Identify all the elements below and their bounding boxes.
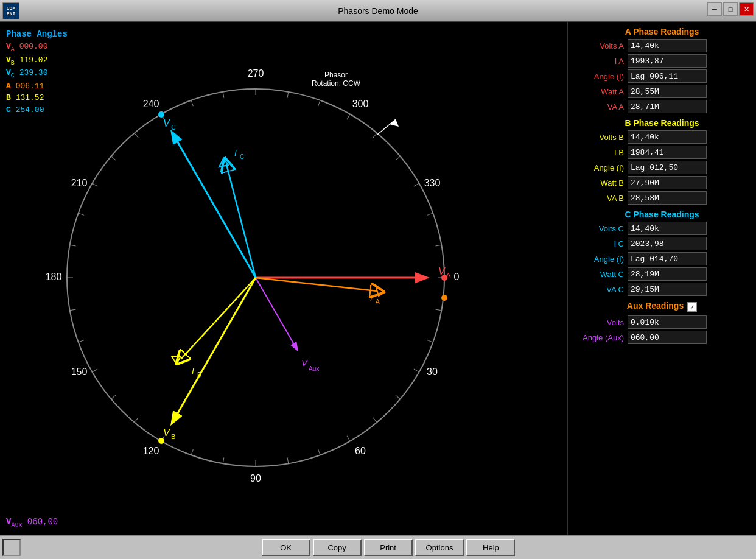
print-button[interactable]: Print xyxy=(364,539,413,556)
aux-title-row: Aux Readings ✓ xyxy=(573,301,751,313)
svg-line-42 xyxy=(79,213,84,215)
titlebar: COMENI Phasors Demo Mode ─ □ ✕ xyxy=(0,0,756,22)
footer: OK Copy Print Options Help xyxy=(0,535,756,559)
aux-volts-row: Volts 0.010k xyxy=(573,315,751,329)
c-angle-row: Angle (I) Lag 014,70 xyxy=(573,252,751,265)
aux-angle-value: 060,00 xyxy=(628,331,707,344)
close-icon: ✕ xyxy=(744,5,749,13)
a-angle-row: Angle (I) Lag 006,11 xyxy=(573,69,751,83)
c-current-row: I C 2023,98 xyxy=(573,237,751,250)
a-va-label: VA A xyxy=(573,102,628,111)
a-va-value: 28,71M xyxy=(628,100,707,113)
svg-line-23 xyxy=(435,309,441,311)
svg-line-35 xyxy=(135,418,138,423)
b-va-value: 28,58M xyxy=(628,191,707,205)
c-watt-value: 28,19M xyxy=(628,267,707,281)
aux-section: Aux Readings ✓ Volts 0.010k Angle (Aux) … xyxy=(573,301,751,344)
diagram-area: Phase Angles VA 000.00 VB 119.02 VC 239.… xyxy=(0,22,567,535)
svg-line-29 xyxy=(318,449,320,455)
a-watt-label: Watt A xyxy=(573,87,628,96)
svg-line-32 xyxy=(223,457,224,463)
b-phase-title: B Phase Readings xyxy=(573,118,751,128)
b-watt-value: 27,90M xyxy=(628,176,707,189)
svg-line-16 xyxy=(347,114,350,120)
svg-line-15 xyxy=(318,100,320,106)
minimize-button[interactable]: ─ xyxy=(707,2,722,16)
b-current-label: I B xyxy=(573,148,628,157)
svg-line-17 xyxy=(373,133,377,138)
svg-line-47 xyxy=(191,100,193,106)
svg-line-39 xyxy=(70,309,76,311)
c-volts-value: 14,40k xyxy=(628,222,707,235)
svg-text:180: 180 xyxy=(46,272,62,282)
svg-line-26 xyxy=(396,395,401,399)
ok-button[interactable]: OK xyxy=(262,539,310,556)
b-current-row: I B 1984,41 xyxy=(573,146,751,159)
b-angle-label: Angle (I) xyxy=(573,163,628,172)
a-va-row: VA A 28,71M xyxy=(573,100,751,113)
c-watt-row: Watt C 28,19M xyxy=(573,267,751,281)
b-watt-row: Watt B 27,90M xyxy=(573,176,751,189)
maximize-icon: □ xyxy=(729,5,733,13)
svg-text:Aux: Aux xyxy=(309,365,319,372)
c-angle-label: Angle (I) xyxy=(573,255,628,264)
svg-text:330: 330 xyxy=(424,178,441,188)
svg-point-53 xyxy=(158,111,164,118)
b-va-label: VA B xyxy=(573,194,628,203)
aux-title: Aux Readings xyxy=(627,301,684,311)
svg-text:60: 60 xyxy=(355,446,366,456)
phasor-diagram: 0 30 60 90 120 150 180 210 240 270 300 3… xyxy=(0,22,511,533)
c-va-value: 29,15M xyxy=(628,283,707,296)
b-angle-value: Lag 012,50 xyxy=(628,161,707,174)
a-volts-row: Volts A 14,40k xyxy=(573,39,751,52)
svg-line-41 xyxy=(70,245,76,246)
svg-text:I: I xyxy=(192,366,194,376)
svg-line-28 xyxy=(347,436,350,441)
maximize-button[interactable]: □ xyxy=(723,2,738,16)
svg-line-61 xyxy=(172,278,256,423)
svg-text:300: 300 xyxy=(352,99,369,109)
close-button[interactable]: ✕ xyxy=(739,2,754,16)
b-volts-row: Volts B 14,40k xyxy=(573,130,751,144)
c-current-value: 2023,98 xyxy=(628,237,707,250)
b-phase-section: B Phase Readings Volts B 14,40k I B 1984… xyxy=(573,118,751,205)
svg-text:V: V xyxy=(163,118,170,128)
svg-text:A: A xyxy=(376,298,380,305)
svg-text:B: B xyxy=(197,371,201,378)
svg-text:V: V xyxy=(301,357,309,368)
aux-volts-value: 0.010k xyxy=(628,315,707,329)
svg-line-25 xyxy=(414,369,419,372)
b-watt-label: Watt B xyxy=(573,178,628,188)
svg-line-44 xyxy=(111,156,116,160)
svg-text:120: 120 xyxy=(143,446,159,456)
b-va-row: VA B 28,58M xyxy=(573,191,751,205)
svg-marker-76 xyxy=(172,356,181,364)
svg-line-21 xyxy=(435,245,441,246)
a-current-label: I A xyxy=(573,57,628,66)
copy-button[interactable]: Copy xyxy=(313,539,362,556)
aux-checkbox[interactable]: ✓ xyxy=(687,302,697,312)
svg-line-75 xyxy=(181,278,256,359)
svg-text:C: C xyxy=(240,153,244,160)
a-watt-row: Watt A 28,55M xyxy=(573,85,751,98)
svg-text:210: 210 xyxy=(71,178,88,188)
a-angle-value: Lag 006,11 xyxy=(628,69,707,83)
options-button[interactable]: Options xyxy=(415,539,464,556)
svg-line-43 xyxy=(93,183,98,186)
c-phase-section: C Phase Readings Volts C 14,40k I C 2023… xyxy=(573,209,751,296)
window-controls: ─ □ ✕ xyxy=(707,2,754,16)
window-title: Phasors Demo Mode xyxy=(338,6,418,16)
svg-text:B: B xyxy=(171,433,175,440)
svg-text:90: 90 xyxy=(250,473,261,483)
svg-text:I: I xyxy=(234,148,237,158)
svg-text:270: 270 xyxy=(248,68,264,79)
svg-line-64 xyxy=(256,278,297,350)
svg-line-45 xyxy=(135,133,138,138)
minimize-icon: ─ xyxy=(712,5,717,13)
svg-line-37 xyxy=(93,369,98,372)
svg-text:V: V xyxy=(438,266,446,276)
svg-point-54 xyxy=(158,438,164,444)
help-button[interactable]: Help xyxy=(466,539,515,556)
svg-text:240: 240 xyxy=(143,99,159,109)
b-angle-row: Angle (I) Lag 012,50 xyxy=(573,161,751,174)
